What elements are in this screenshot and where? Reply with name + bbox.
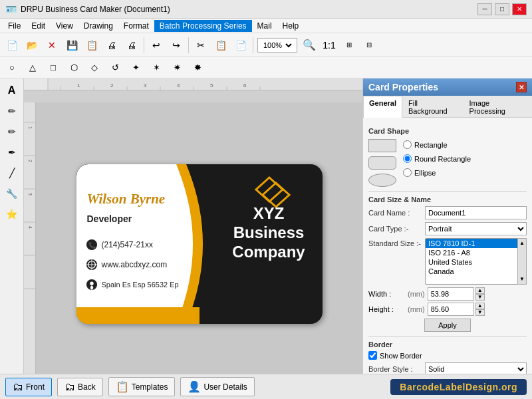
tb-copy[interactable]: 📋 xyxy=(211,36,230,55)
menu-help[interactable]: Help xyxy=(277,20,305,32)
border-section: Border Show Border Border Style : Solid … xyxy=(368,336,527,374)
width-input[interactable] xyxy=(428,287,474,301)
tb-close-doc[interactable]: ✕ xyxy=(43,36,61,55)
tb-paste[interactable]: 📄 xyxy=(231,36,250,55)
minimize-button[interactable]: ─ xyxy=(477,3,492,15)
tb-new[interactable]: 📄 xyxy=(3,36,21,55)
tab-image-processing[interactable]: Image Processing xyxy=(464,96,532,118)
dt-arrow-l[interactable]: ↺ xyxy=(106,59,124,76)
svg-text:4: 4 xyxy=(28,226,33,229)
tb-zoom-in[interactable]: 1:1 xyxy=(320,36,338,55)
radio-round-rectangle[interactable]: Round Rectangle xyxy=(403,154,471,163)
menu-edit[interactable]: Edit xyxy=(26,20,51,32)
standard-size-list[interactable]: ISO 7810 ID-1 ISO 216 - A8 United States… xyxy=(425,238,527,285)
lp-pen[interactable]: ✏ xyxy=(3,102,21,120)
card-name-input[interactable] xyxy=(425,206,527,219)
card-type-select[interactable]: Portrait Landscape xyxy=(425,222,527,235)
border-style-row: Border Style : Solid Dashed Dotted xyxy=(368,362,527,374)
std-size-scroll-up[interactable]: ▲ xyxy=(518,239,526,248)
menu-format[interactable]: Format xyxy=(118,20,154,32)
radio-ellipse-input[interactable] xyxy=(403,168,412,177)
zoom-select[interactable]: 100% 75% 50% 150% xyxy=(261,41,294,50)
lp-brush[interactable]: ✒ xyxy=(3,143,21,162)
height-spin-down[interactable]: ▼ xyxy=(475,309,485,316)
zoom-box: 100% 75% 50% 150% xyxy=(257,38,297,53)
tb-save-as[interactable]: 📋 xyxy=(82,36,101,55)
tb-cut[interactable]: ✂ xyxy=(192,36,210,55)
dt-star3[interactable]: ✷ xyxy=(168,59,186,76)
tb-redo[interactable]: ↪ xyxy=(167,36,186,55)
user-details-button[interactable]: 👤 User Details xyxy=(180,377,254,396)
tab-general[interactable]: General xyxy=(363,96,402,118)
dt-circle[interactable]: ○ xyxy=(3,59,21,76)
card-properties-panel: Card Properties ✕ General Fill Backgroun… xyxy=(362,78,532,374)
lp-star[interactable]: ⭐ xyxy=(3,205,21,223)
svg-rect-1 xyxy=(48,78,362,90)
front-button[interactable]: 🗂 Front xyxy=(5,378,52,396)
tb-zoom-out[interactable]: 🔍 xyxy=(300,36,319,55)
width-spin-up[interactable]: ▲ xyxy=(475,287,485,294)
card-shape-label: Card Shape xyxy=(368,127,527,135)
card-canvas[interactable]: Wilson Byrne Developer 📞 (214)547-21xx w… xyxy=(36,102,362,374)
menu-drawing[interactable]: Drawing xyxy=(78,20,118,32)
card-type-field-label: Card Type :- xyxy=(368,225,425,233)
show-border-checkbox[interactable] xyxy=(368,351,377,360)
menu-file[interactable]: File xyxy=(3,20,26,32)
tb-save[interactable]: 💾 xyxy=(63,36,81,55)
lp-text[interactable]: A xyxy=(3,81,21,100)
tb-print[interactable]: 🖨 xyxy=(102,36,121,55)
dt-star1[interactable]: ✦ xyxy=(126,59,145,76)
apply-button[interactable]: Apply xyxy=(424,319,471,332)
dt-rect[interactable]: □ xyxy=(44,59,63,76)
tb-print-preview[interactable]: 🖨 xyxy=(122,36,141,55)
radio-ellipse[interactable]: Ellipse xyxy=(403,168,471,177)
close-button[interactable]: ✕ xyxy=(512,3,527,15)
std-size-scroll-down[interactable]: ▼ xyxy=(518,275,526,284)
width-spinner[interactable]: ▲ ▼ xyxy=(475,287,485,301)
lp-pencil[interactable]: ✏ xyxy=(3,122,21,141)
menu-view[interactable]: View xyxy=(51,20,78,32)
card-address: Spain Es Esp 56532 Ep xyxy=(86,279,179,291)
back-button[interactable]: 🗂 Back xyxy=(57,378,103,396)
svg-text:1: 1 xyxy=(28,126,33,129)
dt-star2[interactable]: ✶ xyxy=(147,59,166,76)
radio-rectangle-label: Rectangle xyxy=(414,141,448,149)
height-input[interactable] xyxy=(428,303,474,316)
toolbar: 📄 📂 ✕ 💾 📋 🖨 🖨 ↩ ↪ ✂ 📋 📄 100% 75% 50% 150… xyxy=(0,33,532,57)
card-person-name: Wilson Byrne xyxy=(87,191,166,207)
tb-grid[interactable]: ⊟ xyxy=(360,36,378,55)
tb-open[interactable]: 📂 xyxy=(23,36,41,55)
height-spinner[interactable]: ▲ ▼ xyxy=(475,303,485,316)
dt-star4[interactable]: ✸ xyxy=(188,59,207,76)
show-border-row: Show Border xyxy=(368,351,527,360)
standard-size-row: Standard Size :- ISO 7810 ID-1 ISO 216 -… xyxy=(368,238,527,285)
templates-button[interactable]: 📋 Templates xyxy=(108,377,176,396)
width-row: Width : (mm) ▲ ▼ xyxy=(368,287,527,301)
border-style-label: Border Style : xyxy=(368,365,425,373)
lp-line[interactable]: ╱ xyxy=(3,164,21,182)
barcode-website[interactable]: BarcodeLabelDesign.org xyxy=(390,379,527,395)
maximize-button[interactable]: □ xyxy=(495,3,509,15)
left-panel: A ✏ ✏ ✒ ╱ 🔧 ⭐ xyxy=(0,78,24,374)
radio-round-rectangle-input[interactable] xyxy=(403,154,412,163)
dt-hex[interactable]: ⬡ xyxy=(65,59,83,76)
canvas-area[interactable]: 1 2 3 4 5 6 xyxy=(24,78,362,374)
dt-diamond[interactable]: ◇ xyxy=(85,59,104,76)
dt-triangle[interactable]: △ xyxy=(23,59,42,76)
properties-content: Card Shape Rectangle xyxy=(363,118,532,374)
radio-rectangle-input[interactable] xyxy=(403,140,412,149)
height-label: Height : xyxy=(368,305,405,313)
properties-close-button[interactable]: ✕ xyxy=(516,82,527,92)
tb-undo[interactable]: ↩ xyxy=(147,36,166,55)
tb-fit-page[interactable]: ⊞ xyxy=(340,36,358,55)
menu-batch-processing[interactable]: Batch Processing Series xyxy=(154,20,252,32)
width-spin-down[interactable]: ▼ xyxy=(475,294,485,301)
radio-rectangle[interactable]: Rectangle xyxy=(403,140,471,149)
menu-mail[interactable]: Mail xyxy=(252,20,277,32)
border-style-select[interactable]: Solid Dashed Dotted xyxy=(425,362,527,374)
svg-text:5: 5 xyxy=(210,82,213,88)
tab-fill-background[interactable]: Fill Background xyxy=(402,96,464,118)
svg-text:2: 2 xyxy=(28,160,33,162)
height-spin-up[interactable]: ▲ xyxy=(475,303,485,309)
lp-settings[interactable]: 🔧 xyxy=(3,184,21,203)
